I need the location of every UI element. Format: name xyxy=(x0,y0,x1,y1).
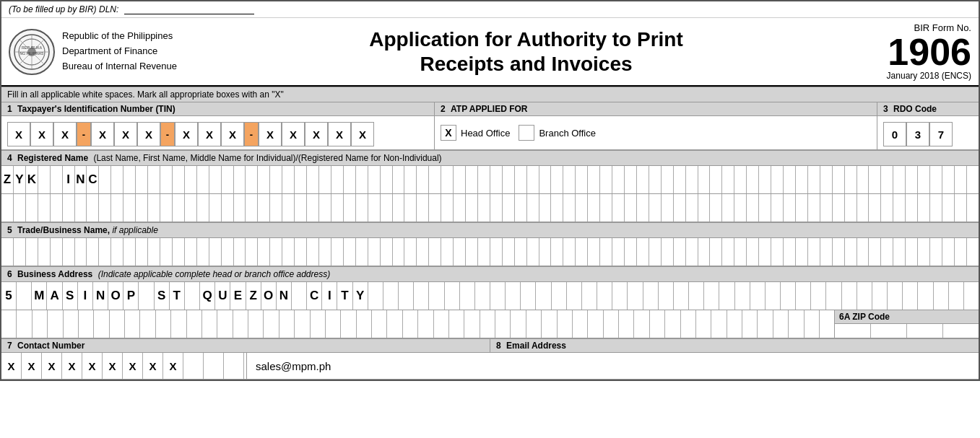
char-cell[interactable] xyxy=(649,238,662,266)
char-cell[interactable] xyxy=(94,310,109,338)
char-cell[interactable] xyxy=(38,238,51,266)
char-cell[interactable] xyxy=(466,194,478,222)
char-cell[interactable] xyxy=(222,166,234,193)
char-cell[interactable] xyxy=(820,194,833,222)
char-cell[interactable] xyxy=(576,238,588,266)
char-cell[interactable] xyxy=(588,166,600,193)
char-cell[interactable] xyxy=(38,166,51,193)
char-cell[interactable] xyxy=(490,282,506,310)
char-cell[interactable] xyxy=(869,194,881,222)
char-cell[interactable] xyxy=(460,282,475,310)
char-cell[interactable] xyxy=(478,166,490,193)
tin-d8[interactable]: X xyxy=(198,122,221,146)
char-cell[interactable] xyxy=(955,194,967,222)
char-cell[interactable] xyxy=(209,194,222,222)
char-cell[interactable] xyxy=(637,166,649,193)
char-cell[interactable] xyxy=(490,166,503,193)
char-cell[interactable] xyxy=(14,194,26,222)
char-cell[interactable] xyxy=(515,238,527,266)
char-cell[interactable]: M xyxy=(32,282,47,310)
char-cell[interactable] xyxy=(918,238,930,266)
char-cell[interactable] xyxy=(270,166,282,193)
char-cell[interactable] xyxy=(466,238,478,266)
char-cell[interactable] xyxy=(662,238,674,266)
char-cell[interactable]: I xyxy=(78,282,93,310)
char-cell[interactable] xyxy=(784,238,796,266)
char-cell[interactable] xyxy=(490,238,503,266)
char-cell[interactable] xyxy=(111,166,123,193)
contact-digit[interactable]: X xyxy=(103,353,123,379)
zip-d1[interactable] xyxy=(835,324,871,338)
char-cell[interactable] xyxy=(344,166,356,193)
char-cell[interactable] xyxy=(319,238,331,266)
char-cell[interactable] xyxy=(160,166,173,193)
char-cell[interactable] xyxy=(429,282,444,310)
char-cell[interactable] xyxy=(319,194,331,222)
char-cell[interactable]: N xyxy=(75,166,87,193)
char-cell[interactable] xyxy=(372,310,387,338)
char-cell[interactable] xyxy=(160,194,173,222)
char-cell[interactable] xyxy=(222,238,234,266)
char-cell[interactable] xyxy=(722,194,734,222)
char-cell[interactable] xyxy=(17,310,32,338)
char-cell[interactable] xyxy=(820,238,833,266)
char-cell[interactable] xyxy=(918,194,930,222)
char-cell[interactable] xyxy=(771,194,784,222)
char-cell[interactable] xyxy=(612,238,625,266)
char-cell[interactable] xyxy=(506,282,521,310)
char-cell[interactable] xyxy=(796,238,808,266)
char-cell[interactable] xyxy=(955,166,967,193)
char-cell[interactable] xyxy=(449,310,464,338)
char-cell[interactable] xyxy=(784,194,796,222)
char-cell[interactable] xyxy=(197,194,209,222)
char-cell[interactable] xyxy=(79,310,94,338)
char-cell[interactable] xyxy=(140,310,155,338)
char-cell[interactable] xyxy=(906,166,918,193)
char-cell[interactable] xyxy=(734,166,747,193)
char-cell[interactable] xyxy=(808,238,820,266)
char-cell[interactable]: Y xyxy=(353,282,368,310)
rdo-d3[interactable]: 7 xyxy=(929,122,953,146)
char-cell[interactable] xyxy=(967,238,979,266)
char-cell[interactable]: S xyxy=(63,282,78,310)
char-cell[interactable] xyxy=(872,282,888,310)
char-cell[interactable] xyxy=(649,194,662,222)
char-cell[interactable] xyxy=(796,282,811,310)
char-cell[interactable] xyxy=(123,194,136,222)
char-cell[interactable]: T xyxy=(170,282,185,310)
char-cell[interactable] xyxy=(796,194,808,222)
char-cell[interactable] xyxy=(173,166,185,193)
char-cell[interactable] xyxy=(295,166,307,193)
char-cell[interactable] xyxy=(341,310,356,338)
char-cell[interactable] xyxy=(197,166,209,193)
tin-d11[interactable]: X xyxy=(282,122,305,146)
char-cell[interactable] xyxy=(536,282,551,310)
char-cell[interactable] xyxy=(319,166,331,193)
char-cell[interactable] xyxy=(246,238,258,266)
char-cell[interactable] xyxy=(805,310,820,338)
char-cell[interactable] xyxy=(404,194,417,222)
char-cell[interactable] xyxy=(686,238,698,266)
char-cell[interactable] xyxy=(539,194,552,222)
char-cell[interactable] xyxy=(136,194,148,222)
char-cell[interactable]: Q xyxy=(200,282,215,310)
char-cell[interactable] xyxy=(930,194,942,222)
char-cell[interactable] xyxy=(51,194,63,222)
char-cell[interactable] xyxy=(1,238,14,266)
char-cell[interactable] xyxy=(490,194,503,222)
char-cell[interactable] xyxy=(417,194,429,222)
char-cell[interactable] xyxy=(527,166,539,193)
contact-digit[interactable] xyxy=(183,353,204,379)
char-cell[interactable] xyxy=(234,194,246,222)
char-cell[interactable] xyxy=(234,238,246,266)
char-cell[interactable] xyxy=(686,166,698,193)
char-cell[interactable] xyxy=(111,238,123,266)
char-cell[interactable] xyxy=(515,166,527,193)
rdo-d2[interactable]: 3 xyxy=(906,122,929,146)
char-cell[interactable] xyxy=(445,282,460,310)
char-cell[interactable] xyxy=(511,310,526,338)
char-cell[interactable] xyxy=(758,310,773,338)
char-cell[interactable] xyxy=(588,238,600,266)
char-cell[interactable] xyxy=(625,238,637,266)
char-cell[interactable] xyxy=(526,310,542,338)
